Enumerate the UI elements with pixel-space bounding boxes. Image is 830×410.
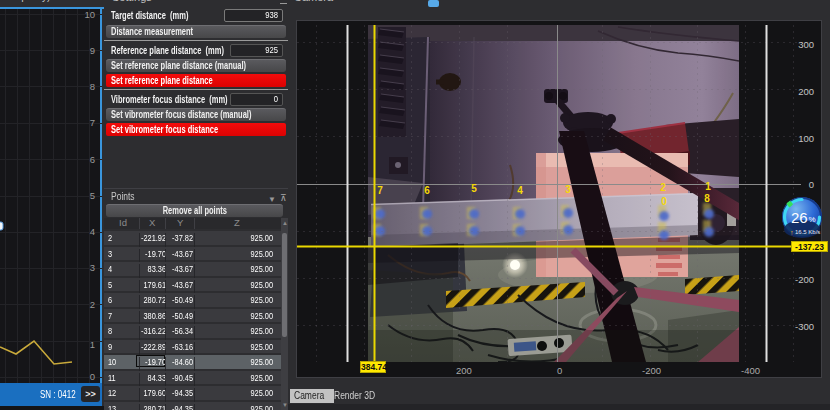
svg-text:26: 26 [791, 209, 808, 226]
svg-text:8: 8 [704, 193, 710, 204]
svg-text:3: 3 [565, 184, 571, 195]
svg-text:%: % [809, 215, 816, 224]
svg-text:0: 0 [661, 196, 667, 207]
svg-text:2: 2 [660, 182, 666, 193]
svg-text:16.5 Kb/s: 16.5 Kb/s [795, 229, 820, 235]
svg-text:↑: ↑ [790, 229, 794, 236]
svg-text:5: 5 [471, 183, 477, 194]
svg-text:4: 4 [517, 185, 523, 196]
svg-text:1: 1 [705, 181, 711, 192]
svg-text:7: 7 [377, 185, 383, 196]
svg-text:6: 6 [424, 185, 430, 196]
